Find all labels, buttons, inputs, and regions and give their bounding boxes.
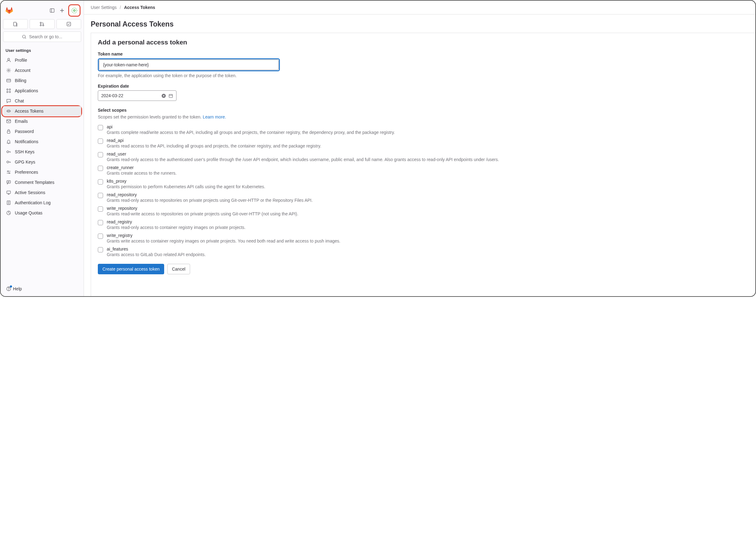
- help-label: Help: [13, 286, 22, 291]
- scope-text: write_registryGrants write access to con…: [107, 233, 749, 243]
- sidebar-collapse-icon[interactable]: [47, 6, 57, 15]
- svg-point-22: [8, 111, 8, 111]
- scope-desc: Grants write access to container registr…: [107, 239, 749, 243]
- svg-rect-6: [13, 22, 16, 26]
- todos-button[interactable]: [57, 19, 81, 29]
- svg-rect-0: [50, 9, 54, 12]
- sidebar-item-applications[interactable]: Applications: [3, 86, 81, 96]
- sidebar-item-account[interactable]: Account: [3, 65, 81, 75]
- scope-row: read_userGrants read-only access to the …: [98, 151, 749, 162]
- page-title: Personal Access Tokens: [84, 14, 755, 33]
- scope-name: read_repository: [107, 192, 749, 197]
- svg-rect-19: [7, 91, 8, 93]
- breadcrumb-current: Access Tokens: [124, 5, 155, 10]
- scope-checkbox[interactable]: [98, 139, 103, 144]
- scope-text: read_registryGrants read-only access to …: [107, 219, 749, 230]
- scope-checkbox[interactable]: [98, 125, 103, 130]
- scope-desc: Grants read-write access to repositories…: [107, 211, 749, 216]
- expiration-label: Expiration date: [98, 83, 749, 89]
- breadcrumb-parent[interactable]: User Settings: [91, 5, 117, 10]
- sidebar-item-access-tokens[interactable]: Access Tokens: [3, 106, 81, 116]
- token-name-input-focus-ring: [98, 58, 280, 71]
- scope-name: read_api: [107, 138, 749, 143]
- scope-checkbox[interactable]: [98, 179, 103, 184]
- scope-row: write_registryGrants write access to con…: [98, 233, 749, 243]
- issues-button[interactable]: [3, 19, 28, 29]
- scope-row: read_apiGrants read access to the API, i…: [98, 138, 749, 148]
- sidebar-item-ssh-keys[interactable]: SSH Keys: [3, 147, 81, 157]
- scope-row: read_registryGrants read-only access to …: [98, 219, 749, 230]
- scope-checkbox[interactable]: [98, 234, 103, 239]
- scope-checkbox[interactable]: [98, 152, 103, 158]
- sidebar-item-active-sessions[interactable]: Active Sessions: [3, 187, 81, 198]
- scope-text: create_runnerGrants create access to the…: [107, 165, 749, 176]
- sidebar-item-usage-quotas[interactable]: Usage Quotas: [3, 208, 81, 218]
- sidebar-item-label: SSH Keys: [15, 149, 35, 154]
- sidebar-item-profile[interactable]: Profile: [3, 55, 81, 65]
- sidebar-item-billing[interactable]: Billing: [3, 76, 81, 85]
- sidebar-item-gpg-keys[interactable]: GPG Keys: [3, 157, 81, 167]
- scope-name: read_user: [107, 151, 749, 157]
- scope-name: api: [107, 124, 749, 129]
- scope-text: ai_featuresGrants access to GitLab Duo r…: [107, 246, 749, 257]
- search-placeholder: Search or go to...: [29, 34, 62, 39]
- scope-text: read_userGrants read-only access to the …: [107, 151, 749, 162]
- scopes-description: Scopes set the permission levels granted…: [98, 114, 749, 119]
- sidebar-item-chat[interactable]: Chat: [3, 96, 81, 106]
- sidebar-item-password[interactable]: Password: [3, 127, 81, 136]
- app-root: Search or go to... User settings Profile…: [1, 1, 755, 296]
- help-link[interactable]: Help: [4, 284, 80, 293]
- clear-icon[interactable]: [161, 94, 166, 98]
- sidebar-item-comment-templates[interactable]: Comment Templates: [3, 177, 81, 187]
- scope-name: create_runner: [107, 165, 749, 170]
- svg-rect-17: [7, 89, 8, 90]
- extension-badge[interactable]: [68, 4, 80, 17]
- learn-more-link[interactable]: Learn more.: [203, 114, 226, 119]
- sidebar-item-label: Profile: [15, 58, 27, 63]
- scope-text: apiGrants complete read/write access to …: [107, 124, 749, 135]
- merge-requests-button[interactable]: [30, 19, 54, 29]
- svg-line-12: [25, 38, 26, 39]
- create-token-button[interactable]: Create personal access token: [98, 264, 164, 274]
- cancel-button[interactable]: Cancel: [167, 264, 190, 274]
- expiration-input[interactable]: 2024-03-22: [98, 91, 176, 101]
- token-name-input[interactable]: [99, 60, 279, 70]
- scope-text: read_apiGrants read access to the API, i…: [107, 138, 749, 148]
- breadcrumb-separator: /: [120, 5, 121, 10]
- svg-point-14: [8, 70, 9, 71]
- breadcrumb: User Settings / Access Tokens: [84, 1, 755, 14]
- plus-icon[interactable]: [57, 6, 67, 15]
- scope-desc: Grants read-only access to repositories …: [107, 198, 749, 203]
- scope-text: write_repositoryGrants read-write access…: [107, 206, 749, 216]
- scope-checkbox[interactable]: [98, 193, 103, 198]
- scope-text: read_repositoryGrants read-only access t…: [107, 192, 749, 203]
- svg-rect-33: [7, 181, 10, 183]
- scope-desc: Grants complete read/write access to the…: [107, 130, 749, 135]
- sidebar-item-emails[interactable]: Emails: [3, 116, 81, 126]
- sidebar-topbar: [3, 3, 81, 19]
- scope-desc: Grants read-only access to container reg…: [107, 225, 749, 230]
- svg-point-8: [40, 25, 41, 26]
- gitlab-logo-icon[interactable]: [6, 7, 13, 14]
- sidebar-item-preferences[interactable]: Preferences: [3, 167, 81, 177]
- sidebar-item-auth-log[interactable]: Authentication Log: [3, 198, 81, 208]
- sidebar-footer: Help: [3, 282, 81, 294]
- scope-checkbox[interactable]: [98, 166, 103, 171]
- svg-point-5: [72, 8, 77, 13]
- scopes-list: apiGrants complete read/write access to …: [98, 124, 749, 257]
- sidebar-item-label: Billing: [15, 78, 26, 83]
- sidebar-item-label: Password: [15, 129, 34, 134]
- svg-point-4: [73, 9, 75, 11]
- notification-dot: [10, 285, 12, 287]
- scope-checkbox[interactable]: [98, 206, 103, 212]
- scope-row: k8s_proxyGrants permission to perform Ku…: [98, 179, 749, 189]
- scope-checkbox[interactable]: [98, 247, 103, 252]
- search-input[interactable]: Search or go to...: [3, 32, 81, 42]
- scope-row: write_repositoryGrants read-write access…: [98, 206, 749, 216]
- token-name-label: Token name: [98, 51, 749, 57]
- scope-name: write_repository: [107, 206, 749, 211]
- scope-checkbox[interactable]: [98, 220, 103, 225]
- sidebar-item-notifications[interactable]: Notifications: [3, 137, 81, 146]
- calendar-icon[interactable]: [169, 94, 173, 98]
- scope-desc: Grants read access to the API, including…: [107, 143, 749, 148]
